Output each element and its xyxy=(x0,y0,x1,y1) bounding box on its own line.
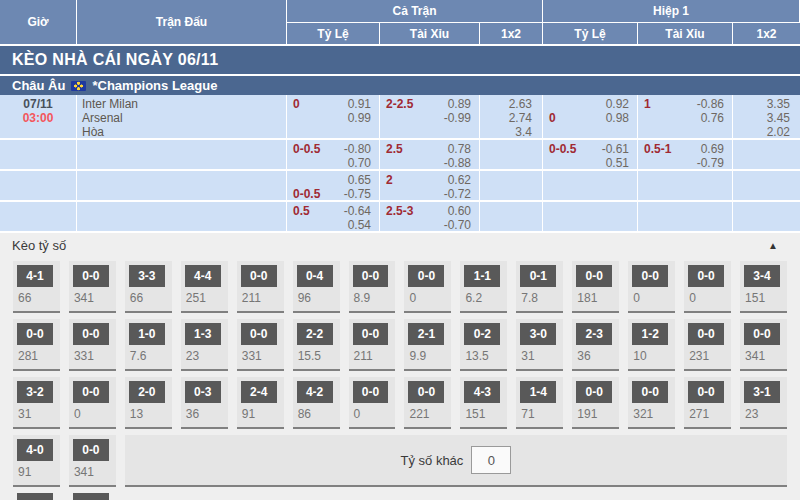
score-card[interactable]: 4-091 xyxy=(13,435,60,487)
score-card[interactable]: 1-07.6 xyxy=(125,319,172,371)
odds-cell-ft-overunder[interactable]: 20.62-0.72 xyxy=(380,171,480,200)
score-card[interactable]: 1-16.2 xyxy=(460,261,507,313)
score-card[interactable]: 0-0231 xyxy=(684,319,731,371)
score-card[interactable]: 1-210 xyxy=(628,319,675,371)
score-card[interactable]: 1-471 xyxy=(516,377,563,429)
score-card[interactable]: 0-0191 xyxy=(572,377,619,429)
handicap-value: 2.5-3 xyxy=(386,204,413,218)
match-cell[interactable] xyxy=(77,171,287,200)
odds-table-header: Giờ Trận Đấu Cả Trận Hiệp 1 Tỷ Lệ Tài Xỉ… xyxy=(0,0,800,44)
score-card[interactable]: 4-166 xyxy=(13,261,60,313)
odds-cell-ft-1x2[interactable]: 2.632.743.4 xyxy=(480,95,543,138)
score-odds-value: 0 xyxy=(684,287,731,305)
score-card[interactable]: 0-0211 xyxy=(349,319,396,371)
score-card[interactable]: 1-323 xyxy=(181,319,228,371)
odds-cell-h1-overunder[interactable] xyxy=(638,202,733,231)
score-card[interactable]: 2-336 xyxy=(572,319,619,371)
odds-value: 0.78 xyxy=(448,142,471,156)
score-card[interactable]: 4-286 xyxy=(293,377,340,429)
odds-cell-h1-1x2[interactable] xyxy=(733,171,800,200)
odds-cell-ft-1x2[interactable] xyxy=(480,202,543,231)
score-card[interactable]: 2-19.9 xyxy=(404,319,451,371)
betting-odds-page: Giờ Trận Đấu Cả Trận Hiệp 1 Tỷ Lệ Tài Xỉ… xyxy=(0,0,800,500)
score-card[interactable]: 3-366 xyxy=(125,261,172,313)
score-card[interactable]: 2-491 xyxy=(237,377,284,429)
odds-cell-h1-handicap[interactable]: 0.9200.98 xyxy=(543,95,638,138)
match-cell[interactable]: Inter MilanArsenalHòa xyxy=(77,95,287,138)
odds-cell-h1-1x2[interactable] xyxy=(733,140,800,169)
score-card[interactable]: 0-336 xyxy=(181,377,228,429)
score-card[interactable]: 0-00 xyxy=(404,261,451,313)
score-card[interactable]: 4-4251 xyxy=(181,261,228,313)
match-cell[interactable] xyxy=(77,140,287,169)
score-odds-value: 91 xyxy=(237,403,284,421)
score-card[interactable]: 3-123 xyxy=(740,377,787,429)
score-card[interactable]: 0-17.8 xyxy=(516,261,563,313)
score-card[interactable]: 4-3151 xyxy=(460,377,507,429)
score-odds-value: 6.2 xyxy=(460,287,507,305)
odds-cell-ft-1x2[interactable] xyxy=(480,140,543,169)
score-box: 3-1 xyxy=(744,381,780,403)
score-card[interactable]: 0-0331 xyxy=(237,319,284,371)
score-card[interactable]: 0-496 xyxy=(293,261,340,313)
score-card[interactable]: 2-013 xyxy=(125,377,172,429)
score-odds-value: 0 xyxy=(349,403,396,421)
odds-cell-h1-overunder[interactable]: 1-0.860.76 xyxy=(638,95,733,138)
odds-table-body: 07/1103:00Inter MilanArsenalHòa00.910.99… xyxy=(0,95,800,233)
score-box: 4-2 xyxy=(297,381,333,403)
score-card[interactable]: 0-08.9 xyxy=(349,261,396,313)
handicap-value: 2-2.5 xyxy=(386,97,413,111)
odds-cell-ft-handicap[interactable]: 0.650-0.5-0.75 xyxy=(287,171,380,200)
odds-cell-h1-handicap[interactable] xyxy=(543,202,638,231)
odds-cell-ft-1x2[interactable] xyxy=(480,171,543,200)
score-card[interactable]: 0-00 xyxy=(628,261,675,313)
time-cell xyxy=(0,171,77,200)
league-bar[interactable]: Châu Âu *Champions League xyxy=(0,76,800,95)
score-box: 0-0 xyxy=(353,381,389,403)
odds-cell-h1-handicap[interactable]: 0-0.5-0.610.51 xyxy=(543,140,638,169)
score-card[interactable]: 0-0331 xyxy=(69,319,116,371)
odds-cell-ft-handicap[interactable]: 0.5-0.640.54 xyxy=(287,202,380,231)
odds-line: 0.99 xyxy=(293,111,371,125)
score-card[interactable]: 3-031 xyxy=(516,319,563,371)
score-card[interactable]: 0-00 xyxy=(69,377,116,429)
odds-line: -0.99 xyxy=(386,111,471,125)
score-card[interactable]: 3-231 xyxy=(13,377,60,429)
score-card[interactable]: 0-0321 xyxy=(628,377,675,429)
odds-cell-ft-overunder[interactable]: 2.50.78-0.88 xyxy=(380,140,480,169)
score-card-partial xyxy=(69,493,116,500)
score-box: 2-4 xyxy=(241,381,277,403)
match-cell[interactable] xyxy=(77,202,287,231)
odds-cell-h1-overunder[interactable]: 0.5-10.69-0.79 xyxy=(638,140,733,169)
score-card[interactable]: 0-0211 xyxy=(237,261,284,313)
score-card[interactable]: 0-0341 xyxy=(69,261,116,313)
odds-cell-h1-1x2[interactable] xyxy=(733,202,800,231)
odds-cell-ft-handicap[interactable]: 0-0.5-0.800.70 xyxy=(287,140,380,169)
other-score-input[interactable] xyxy=(471,446,511,474)
other-score-panel: Tỷ số khác xyxy=(125,435,787,487)
odds-cell-h1-1x2[interactable]: 3.353.452.02 xyxy=(733,95,800,138)
score-card[interactable]: 0-0341 xyxy=(69,435,116,487)
score-card[interactable]: 0-0221 xyxy=(404,377,451,429)
collapse-arrow-icon[interactable]: ▲ xyxy=(768,240,778,251)
score-card[interactable]: 0-00 xyxy=(349,377,396,429)
score-odds-value: 13.5 xyxy=(460,345,507,363)
score-odds-value: 281 xyxy=(13,345,60,363)
score-card[interactable]: 2-215.5 xyxy=(293,319,340,371)
odds-value: 0.89 xyxy=(448,97,471,111)
odds-cell-h1-handicap[interactable] xyxy=(543,171,638,200)
odds-value: -0.72 xyxy=(444,187,471,200)
score-card[interactable]: 0-0281 xyxy=(13,319,60,371)
odds-cell-h1-overunder[interactable] xyxy=(638,171,733,200)
odds-cell-ft-handicap[interactable]: 00.910.99 xyxy=(287,95,380,138)
odds-cell-ft-overunder[interactable]: 2.5-30.60-0.70 xyxy=(380,202,480,231)
odds-line: 2.50.78 xyxy=(386,142,471,156)
score-box: 1-0 xyxy=(129,323,165,345)
score-card[interactable]: 3-4151 xyxy=(740,261,787,313)
score-card[interactable]: 0-0271 xyxy=(684,377,731,429)
score-card[interactable]: 0-0341 xyxy=(740,319,787,371)
odds-cell-ft-overunder[interactable]: 2-2.50.89-0.99 xyxy=(380,95,480,138)
score-card[interactable]: 0-213.5 xyxy=(460,319,507,371)
score-card[interactable]: 0-0181 xyxy=(572,261,619,313)
score-card[interactable]: 0-00 xyxy=(684,261,731,313)
